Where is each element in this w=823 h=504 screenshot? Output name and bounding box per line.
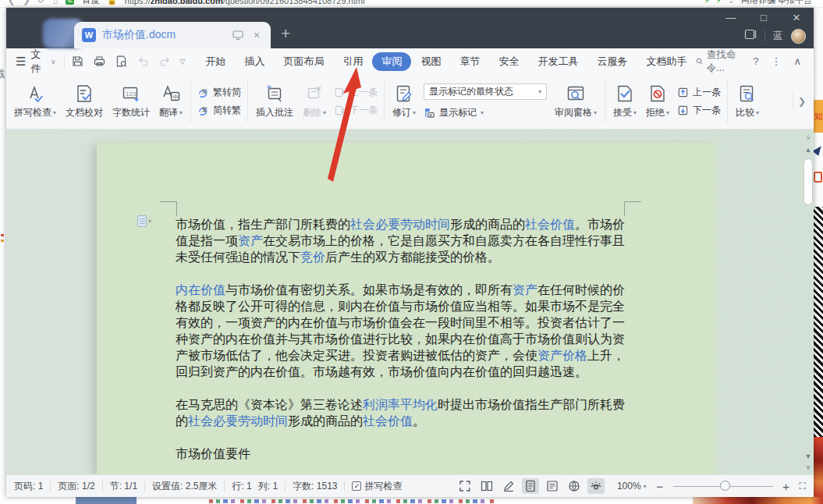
ribbon-expand-button[interactable]: ❯ bbox=[793, 93, 811, 110]
file-menu[interactable]: 文件 bbox=[30, 48, 48, 76]
doc-hyperlink[interactable]: 资产 bbox=[238, 234, 263, 247]
markup-state-select[interactable]: 显示标记的最终状态▾ bbox=[424, 83, 547, 100]
skin-label[interactable]: 蓝 bbox=[773, 29, 783, 43]
fit-page-icon[interactable]: ⛶ bbox=[800, 481, 806, 492]
redo-icon[interactable] bbox=[158, 54, 172, 69]
status-spell-check[interactable]: ✓ 拼写检查 bbox=[352, 480, 402, 493]
status-word-count[interactable]: 字数: 1513 bbox=[293, 480, 337, 493]
eye-protection-icon[interactable] bbox=[587, 478, 605, 494]
tab-references[interactable]: 引用 bbox=[333, 52, 372, 71]
tab-security[interactable]: 安全 bbox=[489, 52, 528, 71]
simp-to-trad-button[interactable]: 繁 简转繁 bbox=[197, 104, 241, 117]
undo-icon[interactable] bbox=[136, 54, 151, 69]
browser-home-icon[interactable]: ⌂ bbox=[53, 0, 59, 5]
tab-section[interactable]: 章节 bbox=[450, 52, 489, 71]
collapse-ribbon-icon[interactable]: ∧ bbox=[793, 55, 801, 67]
translate-button[interactable]: 中 翻译▾ bbox=[154, 81, 187, 122]
document-tab[interactable]: W 市场价值.docm × bbox=[74, 22, 271, 48]
track-changes-button[interactable]: 修订▾ bbox=[388, 81, 420, 122]
next-change-button[interactable]: 下一条 bbox=[677, 104, 721, 117]
user-avatar[interactable] bbox=[791, 29, 806, 44]
new-tab-button[interactable]: + bbox=[281, 25, 290, 41]
doc-hyperlink[interactable]: 利润率平均化 bbox=[363, 398, 438, 411]
sidebar-toggle-icon[interactable] bbox=[744, 28, 757, 44]
web-layout-icon[interactable] bbox=[566, 478, 583, 494]
qat-customize-icon[interactable]: ▽ bbox=[179, 58, 185, 66]
outline-view-icon[interactable] bbox=[544, 478, 561, 494]
accept-button[interactable]: 接受▾ bbox=[608, 81, 641, 122]
save-icon[interactable] bbox=[70, 54, 85, 69]
more-options-icon[interactable]: ⋮ bbox=[771, 55, 781, 67]
zoom-level[interactable]: 100%▾ bbox=[617, 481, 647, 492]
trad-to-simp-button[interactable]: 简 繁转简 bbox=[197, 86, 241, 99]
close-button[interactable]: ✕ bbox=[786, 8, 807, 27]
doc-hyperlink[interactable]: 社会价值 bbox=[363, 414, 413, 428]
tab-dev-tools[interactable]: 开发工具 bbox=[528, 52, 587, 71]
show-markup-button[interactable]: 显示标记▾ bbox=[424, 106, 547, 119]
document-page[interactable]: ▾ 市场价值，指生产部门所耗费的社会必要劳动时间形成的商品的社会价值。市场价值是… bbox=[97, 143, 716, 474]
paragraph-options-icon[interactable]: ▾ bbox=[137, 215, 151, 227]
status-page-number[interactable]: 页码: 1 bbox=[14, 480, 43, 493]
scroll-top-icon[interactable]: ⩒ bbox=[803, 133, 813, 141]
doc-hyperlink[interactable]: 社会价值 bbox=[525, 218, 575, 231]
doc-hyperlink[interactable]: 竞价 bbox=[300, 250, 325, 264]
scrollbar-thumb[interactable] bbox=[803, 158, 813, 205]
print-icon[interactable] bbox=[92, 54, 107, 69]
hamburger-icon[interactable]: ☰ bbox=[16, 55, 26, 69]
screen: ❮ ❯ ⟳ ⌂ 证 百度 🔒 https://zhidao.baidu.com/… bbox=[0, 0, 823, 504]
zoom-slider-knob[interactable] bbox=[720, 481, 730, 491]
help-icon[interactable]: ? bbox=[753, 55, 758, 67]
tab-close-icon[interactable]: × bbox=[250, 29, 263, 41]
tab-insert[interactable]: 插入 bbox=[235, 52, 274, 71]
compare-button[interactable]: 比较▾ bbox=[731, 81, 764, 122]
browser-url[interactable]: https://zhidao.baidu.com/question/092160… bbox=[125, 0, 365, 5]
zoom-out-button[interactable]: − bbox=[654, 480, 665, 493]
status-page-count[interactable]: 页面: 1/2 bbox=[58, 480, 94, 493]
delete-comment-button[interactable]: 删除▾ bbox=[298, 81, 331, 122]
status-margin-setting[interactable]: 设置值: 2.5厘米 bbox=[152, 480, 217, 493]
next-comment-button[interactable]: 下一条 bbox=[334, 104, 378, 117]
tab-review[interactable]: 审阅 bbox=[372, 52, 411, 71]
minimize-button[interactable]: — bbox=[720, 8, 742, 27]
doc-hyperlink[interactable]: 资产价格 bbox=[537, 349, 587, 362]
tab-page-layout[interactable]: 页面布局 bbox=[274, 52, 333, 71]
reject-button[interactable]: 拒绝▾ bbox=[641, 81, 674, 122]
scroll-bottom-icon[interactable]: ⩔ bbox=[803, 463, 813, 471]
doc-hyperlink[interactable]: 内在价值 bbox=[176, 283, 225, 296]
find-command-box[interactable]: 查找命令... bbox=[696, 48, 740, 75]
tab-cloud-service[interactable]: 云服务 bbox=[587, 52, 637, 71]
doc-hyperlink[interactable]: 资产 bbox=[513, 283, 537, 296]
browser-back-icon[interactable]: ❮ bbox=[8, 0, 15, 5]
page-view-icon[interactable] bbox=[522, 478, 539, 494]
ink-edit-icon[interactable] bbox=[500, 478, 517, 494]
tab-view[interactable]: 视图 bbox=[411, 52, 450, 71]
insert-comment-button[interactable]: ✳ 插入批注 bbox=[251, 81, 298, 122]
spell-check-button[interactable]: 拼写检查▾ bbox=[9, 81, 61, 122]
status-section[interactable]: 节: 1/1 bbox=[110, 480, 137, 493]
report-platform-link[interactable]: 网络诈骗 举报平台 bbox=[741, 0, 812, 6]
doc-hyperlink[interactable]: 社会必要劳动时间 bbox=[188, 414, 288, 428]
review-pane-button[interactable]: 审阅窗格▾ bbox=[550, 81, 601, 122]
fullscreen-icon[interactable] bbox=[456, 478, 474, 494]
browser-forward-icon[interactable]: ❯ bbox=[23, 0, 30, 5]
tab-home[interactable]: 开始 bbox=[196, 52, 235, 71]
word-count-button[interactable]: 123 字数统计 bbox=[108, 81, 154, 122]
tab-doc-assistant[interactable]: 文档助手 bbox=[637, 52, 696, 71]
scroll-up-icon[interactable]: ▲ bbox=[803, 146, 813, 154]
doc-hyperlink[interactable]: 社会必要劳动时间 bbox=[350, 218, 450, 231]
flag-icon bbox=[424, 107, 435, 119]
print-preview-icon[interactable] bbox=[114, 54, 129, 69]
scroll-down-icon[interactable]: ▼ bbox=[803, 453, 813, 460]
maximize-button[interactable]: □ bbox=[753, 8, 775, 27]
screen-share-icon[interactable] bbox=[232, 29, 244, 41]
proofread-button[interactable]: 文档校对 bbox=[61, 81, 108, 122]
zoom-in-button[interactable]: + bbox=[781, 480, 792, 493]
browser-refresh-icon[interactable]: ⟳ bbox=[37, 0, 44, 5]
prev-change-button[interactable]: 上一条 bbox=[677, 86, 721, 99]
doc-paragraph: 内在价值与市场价值有密切关系。如果市场是有效的，即所有资产在任何时候的价格都反映… bbox=[176, 282, 625, 380]
zoom-slider[interactable] bbox=[673, 481, 773, 492]
chevron-down-icon[interactable]: ∨ bbox=[51, 58, 56, 66]
two-page-view-icon[interactable] bbox=[478, 478, 495, 494]
vertical-scrollbar[interactable]: ⩒ ▲ ▼ ⩔ bbox=[803, 130, 814, 474]
prev-comment-button[interactable]: 上一条 bbox=[334, 86, 378, 99]
